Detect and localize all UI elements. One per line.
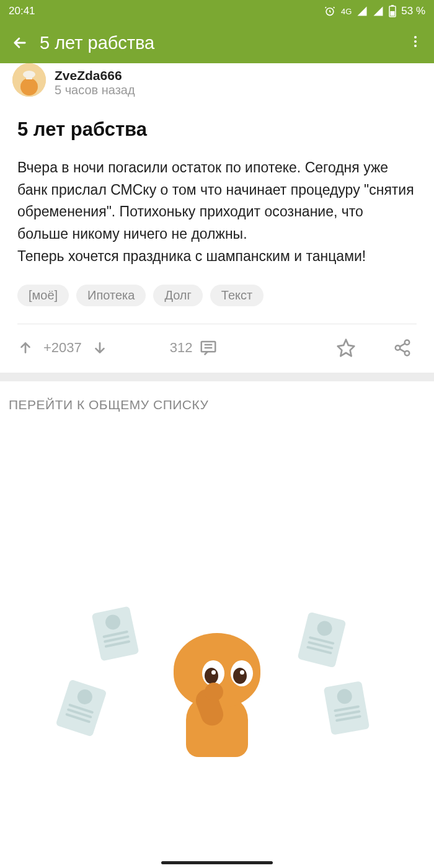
nav-handle[interactable] bbox=[161, 861, 273, 864]
comment-count: 312 bbox=[170, 340, 193, 356]
network-type: 4G bbox=[341, 7, 352, 16]
signal-icon-2 bbox=[373, 6, 384, 17]
share-button[interactable] bbox=[393, 339, 412, 357]
paper-icon bbox=[324, 681, 370, 735]
section-gap bbox=[0, 373, 434, 381]
battery-percent: 53 % bbox=[401, 5, 425, 17]
post-title: 5 лет рабства bbox=[17, 118, 417, 141]
svg-point-14 bbox=[405, 351, 410, 356]
paper-icon bbox=[297, 612, 346, 668]
upvote-button[interactable] bbox=[17, 340, 33, 356]
go-to-list-link[interactable]: ПЕРЕЙТИ К ОБЩЕМУ СПИСКУ bbox=[0, 381, 434, 428]
svg-point-12 bbox=[405, 340, 410, 345]
comments-button[interactable]: 312 bbox=[170, 339, 218, 357]
svg-rect-3 bbox=[391, 11, 395, 16]
tags-row: [моё] Ипотека Долг Текст bbox=[17, 285, 417, 306]
empty-state bbox=[0, 428, 434, 751]
signal-icon bbox=[356, 6, 368, 17]
svg-rect-2 bbox=[391, 5, 394, 6]
overflow-menu-button[interactable] bbox=[405, 29, 425, 56]
action-bar: +2037 312 bbox=[17, 324, 417, 373]
tag[interactable]: Текст bbox=[210, 285, 264, 306]
battery-icon bbox=[389, 5, 396, 17]
author-row[interactable]: ZveZda666 5 часов назад bbox=[12, 63, 417, 104]
paper-icon bbox=[55, 680, 107, 737]
status-bar: 20:41 4G 53 % bbox=[0, 0, 434, 22]
mascot-illustration bbox=[161, 633, 273, 751]
tag[interactable]: [моё] bbox=[17, 285, 69, 306]
post-card: ZveZda666 5 часов назад 5 лет рабства Вч… bbox=[0, 63, 434, 373]
post-body: Вчера в ночи погасили остаток по ипотеке… bbox=[17, 157, 417, 267]
svg-point-4 bbox=[414, 36, 417, 38]
app-bar-title: 5 лет рабства bbox=[40, 33, 405, 53]
avatar[interactable] bbox=[12, 63, 46, 97]
svg-point-5 bbox=[414, 40, 417, 43]
svg-point-8 bbox=[20, 78, 38, 95]
vote-count: +2037 bbox=[43, 340, 82, 356]
paper-icon bbox=[92, 606, 140, 662]
svg-point-13 bbox=[396, 345, 401, 350]
status-time: 20:41 bbox=[9, 5, 324, 17]
downvote-button[interactable] bbox=[92, 340, 108, 356]
app-bar: 5 лет рабства bbox=[0, 22, 434, 63]
svg-point-6 bbox=[414, 45, 417, 47]
post-time: 5 часов назад bbox=[55, 83, 135, 97]
tag[interactable]: Долг bbox=[153, 285, 202, 306]
author-name[interactable]: ZveZda666 bbox=[55, 68, 135, 83]
back-button[interactable] bbox=[9, 29, 40, 56]
alarm-icon bbox=[324, 5, 336, 17]
tag[interactable]: Ипотека bbox=[76, 285, 146, 306]
svg-rect-11 bbox=[201, 342, 215, 352]
svg-rect-10 bbox=[26, 74, 32, 79]
favorite-button[interactable] bbox=[336, 338, 356, 358]
